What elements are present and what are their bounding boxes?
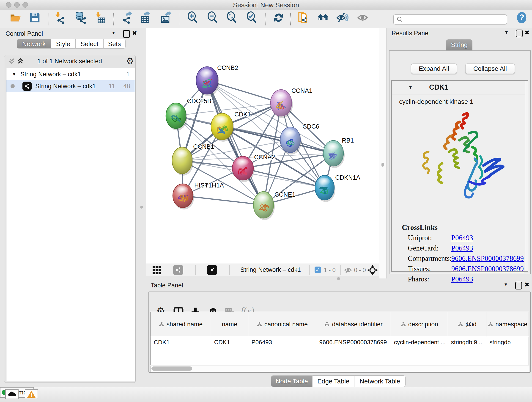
- expand-all-button[interactable]: Expand All: [411, 64, 457, 74]
- network-collection-row[interactable]: ▾ String Network – cdk1 1: [6, 68, 135, 80]
- crosslink-tissues-link[interactable]: 9606.ENSP00000378699: [451, 265, 524, 273]
- export-image-icon[interactable]: [160, 12, 172, 24]
- show-all-icon[interactable]: [357, 11, 370, 24]
- protein-card-header[interactable]: ▾ CDK1: [392, 81, 528, 95]
- column-type-icon: [400, 322, 406, 327]
- table-horizontal-scrollbar[interactable]: [150, 366, 529, 372]
- cell-database-identifier[interactable]: 9606.ENSP00000378699: [316, 337, 391, 365]
- cell-canonical-name[interactable]: P06493: [248, 337, 316, 365]
- column-header-description[interactable]: description: [391, 312, 448, 337]
- cytoscape-window: Session: New Session: [0, 0, 532, 402]
- zoom-out-icon[interactable]: [206, 11, 219, 24]
- column-header-database-identifier[interactable]: database identifier: [316, 312, 391, 337]
- table-panel-collapse-icon[interactable]: ▾: [505, 281, 507, 287]
- tab-select[interactable]: Select: [76, 39, 104, 49]
- scrollbar-thumb[interactable]: [152, 366, 192, 370]
- control-panel-close-icon[interactable]: ✖: [132, 29, 137, 37]
- zoom-selected-icon[interactable]: [245, 11, 258, 24]
- cell-namespace[interactable]: stringdb: [486, 337, 529, 365]
- cell-name[interactable]: CDK1: [211, 337, 248, 365]
- search-input[interactable]: [403, 16, 503, 23]
- fit-content-crosshair-icon[interactable]: [367, 264, 378, 276]
- hide-selected-icon[interactable]: [336, 11, 349, 24]
- collection-expand-icon[interactable]: ▾: [13, 71, 15, 77]
- tab-node-table[interactable]: Node Table: [271, 375, 312, 387]
- table-row[interactable]: CDK1 CDK1 P06493 9606.ENSP00000378699 cy…: [151, 337, 529, 365]
- node-attribute-table[interactable]: shared name name canonical name database…: [150, 312, 529, 365]
- cell-shared-name[interactable]: CDK1: [151, 337, 211, 365]
- network-node-rb1[interactable]: [323, 140, 345, 168]
- cell-id[interactable]: stringdb:9...: [448, 337, 486, 365]
- results-panel-collapse-icon[interactable]: ▾: [505, 29, 508, 35]
- network-node-ccne1[interactable]: [253, 191, 275, 220]
- network-node-cdkn1a[interactable]: [315, 175, 336, 202]
- column-header-namespace[interactable]: namespace: [486, 312, 529, 337]
- table-panel-close-icon[interactable]: ✖: [524, 281, 530, 288]
- export-network-icon[interactable]: [120, 12, 133, 24]
- right-splitter-handle[interactable]: [381, 163, 384, 167]
- network-node-ccnb2[interactable]: [196, 67, 219, 96]
- node-label: CCNA1: [291, 87, 312, 94]
- grid-mode-icon[interactable]: [152, 266, 161, 274]
- refresh-view-icon[interactable]: [272, 12, 285, 24]
- selected-checkbox-icon[interactable]: ✓: [315, 267, 321, 273]
- results-panel-close-icon[interactable]: ✖: [525, 29, 530, 36]
- hidden-eye-icon[interactable]: [344, 266, 352, 274]
- column-header-name[interactable]: name: [211, 312, 248, 337]
- import-table-file-icon[interactable]: [94, 12, 106, 24]
- string-view-icon[interactable]: [173, 265, 183, 275]
- crosslink-uniprot-link[interactable]: P06493: [451, 234, 473, 242]
- network-node-ccnb1[interactable]: [172, 147, 193, 176]
- warning-status-button[interactable]: [25, 389, 38, 399]
- toolbar-separator: [113, 13, 114, 26]
- zoom-fit-icon[interactable]: [225, 11, 238, 24]
- column-header-shared-name[interactable]: shared name: [151, 312, 211, 337]
- open-session-icon[interactable]: [9, 12, 22, 24]
- import-network-file-icon[interactable]: [53, 12, 66, 24]
- left-splitter-handle[interactable]: [140, 206, 143, 209]
- crosslink-compartments-link[interactable]: 9606.ENSP00000378699: [451, 254, 524, 263]
- crosslink-genecard-link[interactable]: P06493: [451, 244, 473, 252]
- tab-network[interactable]: Network: [17, 39, 51, 49]
- network-row[interactable]: String Network – cdk1 11 48: [6, 80, 135, 92]
- column-header-canonical-name[interactable]: canonical name: [248, 312, 316, 337]
- control-panel-float-icon[interactable]: [123, 30, 130, 38]
- tab-sets[interactable]: Sets: [104, 39, 126, 49]
- tab-string[interactable]: String: [446, 39, 472, 51]
- collapse-all-button[interactable]: Collapse All: [465, 64, 515, 74]
- clone-network-icon[interactable]: [297, 11, 310, 24]
- birdseye-view-icon[interactable]: [207, 265, 217, 275]
- table-panel-float-icon[interactable]: [515, 282, 522, 289]
- results-scrollbar[interactable]: [525, 81, 528, 271]
- tab-edge-table[interactable]: Edge Table: [312, 375, 355, 387]
- results-panel-float-icon[interactable]: [516, 30, 523, 37]
- network-node-ccna1[interactable]: [271, 89, 293, 118]
- protein-card-collapse-icon[interactable]: ▾: [409, 84, 412, 90]
- column-header-id[interactable]: @id: [448, 312, 486, 337]
- network-node-hist1h1a[interactable]: [173, 184, 194, 210]
- import-network-database-icon[interactable]: [75, 12, 87, 24]
- network-node-cdk1[interactable]: [211, 113, 234, 142]
- cloud-status-button[interactable]: [5, 389, 19, 399]
- zoom-in-icon[interactable]: [186, 11, 199, 24]
- cell-description[interactable]: cyclin-dependent ...: [391, 337, 448, 365]
- control-panel: Control Panel ▾ ✖ Network Style Select S…: [2, 29, 137, 384]
- tab-style[interactable]: Style: [51, 39, 76, 49]
- save-session-icon[interactable]: [29, 12, 41, 24]
- network-options-gear-icon[interactable]: ⚙: [126, 56, 134, 66]
- export-table-icon[interactable]: [139, 12, 152, 24]
- network-node-ccna2[interactable]: [232, 156, 254, 182]
- bottom-splitter-handle[interactable]: [337, 277, 340, 280]
- network-edge[interactable]: [183, 196, 264, 205]
- search-field[interactable]: [393, 14, 507, 25]
- crosslink-label: Compartments:: [408, 254, 452, 263]
- table-header-row[interactable]: shared name name canonical name database…: [151, 312, 529, 337]
- network-canvas[interactable]: CCNB2CCNA1CDC25BCDK1CDC6RB1CCNB1CCNA2CDK…: [146, 28, 380, 264]
- control-panel-collapse-icon[interactable]: ▾: [112, 30, 115, 36]
- help-icon[interactable]: ?: [515, 11, 528, 24]
- right-splitter[interactable]: [379, 28, 386, 279]
- tab-network-table[interactable]: Network Table: [355, 375, 405, 387]
- first-neighbors-icon[interactable]: [317, 11, 329, 24]
- node-label: CDKN1A: [335, 174, 360, 181]
- toolbar-separator: [180, 13, 180, 26]
